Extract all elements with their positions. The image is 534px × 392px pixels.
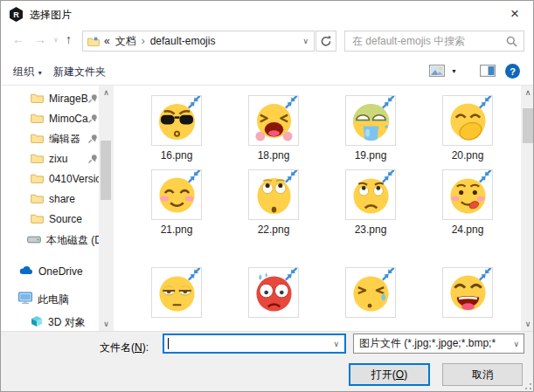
cancel-button[interactable]: 取消 [442, 363, 523, 386]
search-box[interactable] [344, 31, 524, 52]
address-dropdown-chevron-icon[interactable]: ∨ [302, 37, 309, 45]
sidebar-item-label: 此电脑 [38, 292, 69, 307]
file-label[interactable]: 21.png [137, 224, 216, 236]
file-list: 16.png 18.png [115, 86, 521, 331]
file-tile-19png[interactable] [345, 95, 396, 146]
file-label[interactable]: 18.png [234, 149, 313, 162]
compressed-badge-icon [479, 96, 492, 109]
compressed-badge-icon [188, 268, 201, 281]
sidebar-item-label: OneDrive [38, 265, 83, 278]
compressed-badge-icon [285, 96, 298, 109]
title-bar: R 选择图片 × [1, 1, 534, 27]
search-input[interactable] [345, 35, 506, 47]
file-tile-16png[interactable] [151, 95, 202, 146]
pin-icon [87, 154, 98, 164]
folder-icon [31, 93, 44, 106]
file-label[interactable]: 19.png [331, 149, 410, 162]
sidebar-item-label: MirageB [49, 93, 88, 105]
file-tile-22png[interactable] [248, 169, 299, 220]
navigation-pane: MirageB MimoCa 编辑器 zixu 0410Versio share… [1, 86, 114, 331]
filename-label: 文件名(N): [100, 340, 149, 355]
file-label[interactable]: 24.png [428, 224, 507, 236]
file-label[interactable]: 22.png [234, 224, 313, 236]
filename-dropdown-chevron-icon[interactable]: ∨ [333, 340, 339, 348]
filetype-value: 图片文件 (*.jpg;*.jpge;*.bmp;* [354, 336, 496, 351]
compressed-badge-icon [285, 268, 298, 281]
up-icon[interactable]: ↑ [66, 32, 72, 46]
file-tile-row3-1[interactable] [151, 267, 202, 318]
file-tile-23png[interactable] [345, 169, 396, 220]
refresh-button[interactable] [316, 31, 336, 52]
help-icon[interactable]: ? [505, 64, 520, 79]
sidebar-item-label: share [49, 193, 75, 205]
sidebar-item-label: 3D 对象 [48, 315, 86, 330]
file-tile-row3-4[interactable] [442, 267, 493, 318]
address-bar[interactable]: « 文档 › default-emojis ∨ [82, 31, 315, 52]
search-icon [506, 36, 517, 47]
compressed-badge-icon [382, 170, 395, 183]
file-label[interactable]: 20.png [428, 149, 507, 162]
pin-icon [87, 93, 98, 104]
file-tile-18png[interactable] [248, 95, 299, 146]
file-tile-20png[interactable] [442, 95, 493, 146]
address-folder-icon [87, 37, 100, 46]
file-label[interactable]: 23.png [331, 224, 410, 236]
file-tile-row3-3[interactable] [345, 267, 396, 318]
organize-label: 组织 [13, 65, 34, 78]
file-tile-row3-2[interactable] [248, 267, 299, 318]
compressed-badge-icon [479, 268, 492, 281]
forward-icon[interactable]: → [34, 32, 46, 46]
new-folder-button[interactable]: 新建文件夹 [53, 65, 106, 79]
sidebar-item-label: zixu [49, 153, 67, 165]
filename-input[interactable]: ∨ [163, 334, 346, 354]
drive-icon [27, 234, 41, 247]
text-caret [168, 338, 169, 349]
sidebar-scrollbar-thumb[interactable] [101, 141, 111, 200]
file-list-scrollbar-thumb[interactable] [523, 108, 533, 143]
thumbnail-view-icon[interactable] [429, 65, 445, 79]
compressed-badge-icon [285, 170, 298, 183]
file-tile-21png[interactable] [151, 169, 202, 220]
sidebar-scrollbar[interactable]: ∧ ∨ [99, 86, 114, 331]
open-button[interactable]: 打开(O) [349, 363, 430, 386]
window-title: 选择图片 [30, 8, 72, 23]
pin-icon [87, 113, 98, 124]
filetype-dropdown-chevron-icon[interactable]: ∨ [513, 340, 519, 348]
scroll-down-icon[interactable]: ∨ [99, 320, 114, 328]
close-button[interactable]: × [502, 3, 528, 25]
onedrive-cloud-icon [18, 265, 33, 278]
breadcrumb-separator: › [139, 35, 148, 47]
scroll-down-icon[interactable]: ∨ [521, 320, 534, 328]
folder-icon [31, 133, 44, 146]
preview-pane-icon[interactable] [480, 65, 496, 79]
breadcrumb-root[interactable]: « [101, 35, 113, 47]
breadcrumb-current-folder[interactable]: default-emojis [148, 35, 218, 47]
compressed-badge-icon [382, 268, 395, 281]
compressed-badge-icon [382, 96, 395, 109]
organize-button[interactable]: 组织 ▼ [13, 65, 43, 79]
compressed-badge-icon [188, 170, 201, 183]
compressed-badge-icon [188, 96, 201, 109]
scroll-up-icon[interactable]: ∧ [521, 88, 534, 97]
view-options-caret-icon[interactable]: ▼ [451, 68, 457, 74]
computer-icon [18, 292, 32, 307]
back-icon[interactable]: ← [12, 32, 24, 46]
breadcrumb-documents[interactable]: 文档 [113, 34, 139, 49]
organize-caret-icon: ▼ [37, 70, 43, 76]
folder-icon [31, 153, 44, 166]
file-tile-24png[interactable] [442, 169, 493, 220]
sidebar-item-label: Source [49, 213, 82, 225]
filetype-select[interactable]: 图片文件 (*.jpg;*.jpge;*.bmp;* ∨ [353, 334, 524, 354]
file-list-scrollbar[interactable]: ∧ ∨ [521, 86, 534, 331]
3d-cube-icon [31, 315, 43, 330]
resize-grip[interactable] [530, 388, 531, 389]
folder-icon [31, 213, 44, 226]
command-bar: 组织 ▼ 新建文件夹 ▼ ? [1, 56, 534, 86]
recent-locations-chevron-icon[interactable]: ∨ [53, 36, 59, 44]
sidebar-item-label: 0410Versio [49, 173, 101, 185]
pin-icon [87, 134, 98, 144]
scroll-up-icon[interactable]: ∧ [99, 88, 114, 97]
file-label[interactable]: 16.png [137, 149, 216, 162]
sidebar-item-label: 本地磁盘 (D [46, 233, 102, 248]
sidebar-item-label: MimoCa [49, 113, 88, 125]
